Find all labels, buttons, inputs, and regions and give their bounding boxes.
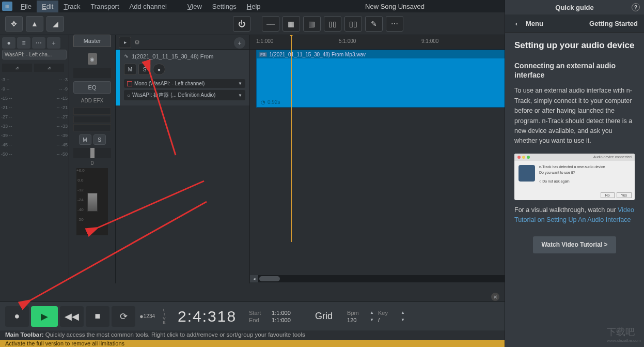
watch-video-button[interactable]: Watch Video Tutorial >: [533, 236, 616, 253]
fx-slot[interactable]: [73, 108, 111, 115]
piano-icon[interactable]: ▥: [303, 16, 321, 32]
pan-slider[interactable]: [73, 148, 111, 158]
fader-tick: -12: [76, 188, 85, 192]
track-output-select[interactable]: ○ WasAPI: 扬声器 (... Definition Audio) ▼: [124, 90, 245, 100]
mute-button[interactable]: M: [79, 134, 91, 145]
waveform-icon: ∿: [124, 53, 129, 59]
more-icon[interactable]: ⋯: [386, 16, 403, 32]
meter-head-left: ⊿: [2, 64, 32, 72]
live-indicator: LIVE: [159, 308, 169, 325]
track-color-strip: [116, 50, 120, 105]
guide-subheading: Connecting an external audio interface: [514, 61, 635, 80]
menu-file[interactable]: File: [15, 1, 37, 12]
sliders-icon[interactable]: ⎼⎼: [262, 16, 279, 32]
help-icon[interactable]: ?: [632, 3, 640, 11]
key-value[interactable]: /: [378, 317, 397, 323]
play-small-icon[interactable]: ▸: [119, 37, 131, 48]
power-icon[interactable]: ⏻: [233, 16, 250, 32]
pointer-tool-icon[interactable]: ▲: [26, 16, 43, 32]
add-track-button[interactable]: ＋: [234, 37, 245, 49]
master-tab[interactable]: Master: [73, 35, 111, 47]
scale-label: -9 --: [1, 86, 10, 92]
input-device-select[interactable]: WasAPI: - Left cha...: [2, 50, 67, 59]
rewind-button[interactable]: ◀◀: [60, 306, 84, 327]
meter-head-right: ⊿: [34, 64, 64, 72]
addefx-label[interactable]: ADD EFX: [73, 98, 111, 103]
end-value[interactable]: 1:1:000: [272, 317, 301, 323]
columns-icon[interactable]: ▯▯: [344, 16, 362, 32]
chevron-down-icon: ▼: [238, 93, 242, 98]
menu-track[interactable]: Track: [58, 1, 85, 12]
time-display[interactable]: 2:4:318: [178, 308, 237, 325]
clip-duration: 0.92s: [268, 99, 280, 105]
menu-transport[interactable]: Transport: [85, 1, 124, 12]
track-solo-button[interactable]: S: [138, 64, 151, 75]
clip-name: 1(2021_01_11_15_30_48) From Mp3.wav: [269, 52, 366, 57]
record-enable-icon[interactable]: ●: [2, 37, 15, 49]
chevron-down-icon: ▼: [238, 81, 242, 86]
input-label: Mono (WasAPI: - Left channel): [134, 81, 205, 86]
playhead[interactable]: [291, 35, 292, 242]
grid-icon[interactable]: ▦: [282, 16, 300, 32]
menu-label[interactable]: Menu: [526, 20, 543, 27]
start-label: Start: [249, 310, 268, 316]
fx-slot[interactable]: [73, 116, 111, 123]
play-button[interactable]: ▶: [31, 306, 58, 327]
scroll-left-icon[interactable]: ◂: [250, 275, 258, 282]
scale-label: -- -27: [56, 114, 68, 119]
scale-label: -21 --: [1, 105, 12, 110]
menu-addchannel[interactable]: Add channel: [124, 1, 172, 12]
output-icon: ○: [127, 93, 130, 98]
ruler-mark: 5:1:000: [339, 38, 356, 44]
track-mute-button[interactable]: M: [124, 64, 136, 75]
spinner-icon[interactable]: ▼: [370, 318, 374, 322]
stop-button[interactable]: ■: [86, 306, 109, 327]
scale-label: -- -39: [56, 133, 68, 138]
pan-value: 0: [73, 160, 111, 166]
menu-help[interactable]: Help: [242, 1, 266, 12]
spinner-icon[interactable]: ▲: [370, 310, 374, 315]
menu-settings[interactable]: Settings: [207, 1, 242, 12]
ruler-mark: 9:1:000: [421, 38, 438, 44]
fader-tick: -50: [76, 217, 85, 222]
track-record-button[interactable]: ●: [153, 64, 165, 75]
scale-label: -27 --: [1, 114, 12, 119]
add-icon[interactable]: ＋: [47, 37, 60, 49]
solo-button[interactable]: S: [93, 134, 106, 145]
master-slider[interactable]: [73, 68, 111, 78]
envelope-tool-icon[interactable]: ◢: [46, 16, 64, 32]
grid-button[interactable]: Grid: [315, 311, 333, 322]
counter-button[interactable]: ●1234: [137, 306, 157, 327]
list-icon[interactable]: ≡: [17, 37, 30, 49]
window-title: New Song Unsaved: [266, 3, 524, 10]
fx-slot[interactable]: [73, 124, 111, 131]
volume-fader[interactable]: +6.0 0.0 -12 -24 -40 -50: [76, 168, 108, 235]
track-input-select[interactable]: Mono (WasAPI: - Left channel) ▼: [124, 79, 245, 88]
bars-icon[interactable]: ▯▯: [324, 16, 341, 32]
spinner-icon[interactable]: ▲: [401, 310, 405, 315]
track-name[interactable]: 1(2021_01_11_15_30_48) From: [132, 53, 213, 59]
loop-button[interactable]: ⟳: [112, 306, 135, 327]
section-title: Getting Started: [589, 20, 638, 27]
record-button[interactable]: ●: [5, 306, 29, 327]
scale-label: -15 --: [1, 96, 12, 101]
fader-tick: +6.0: [76, 168, 85, 173]
track-settings-icon[interactable]: ⚙: [134, 39, 140, 46]
move-tool-icon[interactable]: ✥: [5, 16, 23, 32]
menu-view[interactable]: View: [182, 1, 207, 12]
scale-label: -39 --: [1, 133, 12, 138]
speaker-icon: ◉: [88, 53, 97, 65]
close-transport-icon[interactable]: ✕: [491, 293, 499, 301]
clock-icon: ◔: [261, 99, 265, 105]
bpm-value[interactable]: 120: [347, 317, 366, 323]
scale-label: -50 --: [1, 152, 12, 157]
end-label: End: [249, 317, 268, 323]
scale-label: -- -9: [59, 86, 68, 92]
pencil-icon[interactable]: ✎: [365, 16, 383, 32]
start-value[interactable]: 1:1:000: [272, 310, 301, 316]
spinner-icon[interactable]: ▼: [401, 318, 405, 322]
menu-edit[interactable]: Edit: [37, 1, 58, 12]
eq-button[interactable]: EQ: [73, 81, 111, 94]
back-icon[interactable]: ‹: [511, 19, 522, 29]
options-icon[interactable]: ⋯: [32, 37, 45, 49]
